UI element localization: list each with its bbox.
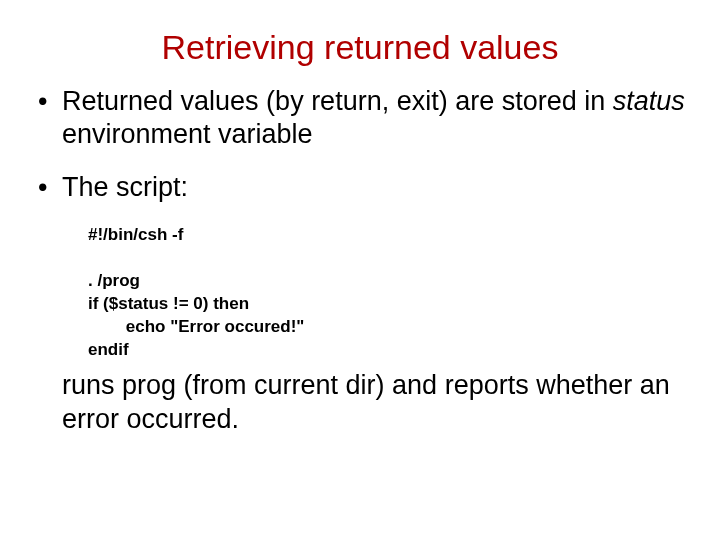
bullet-1-text-pre: Returned values (by return, exit) are st…: [62, 86, 613, 116]
code-line-3: if ($status != 0) then: [88, 294, 249, 313]
code-line-4: echo "Error occured!": [88, 317, 304, 336]
closing-text: runs prog (from current dir) and reports…: [62, 369, 688, 437]
bullet-1-text-post: environment variable: [62, 119, 313, 149]
status-keyword: status: [613, 86, 685, 116]
slide: Retrieving returned values Returned valu…: [0, 0, 720, 540]
code-line-5: endif: [88, 340, 129, 359]
bullet-item-2: The script:: [32, 171, 688, 204]
code-line-1: #!/bin/csh -f: [88, 225, 183, 244]
code-block: #!/bin/csh -f . /prog if ($status != 0) …: [88, 224, 688, 362]
bullet-2-text: The script:: [62, 172, 188, 202]
bullet-list: Returned values (by return, exit) are st…: [32, 85, 688, 204]
bullet-item-1: Returned values (by return, exit) are st…: [32, 85, 688, 151]
slide-title: Retrieving returned values: [32, 28, 688, 67]
code-line-2: . /prog: [88, 271, 140, 290]
